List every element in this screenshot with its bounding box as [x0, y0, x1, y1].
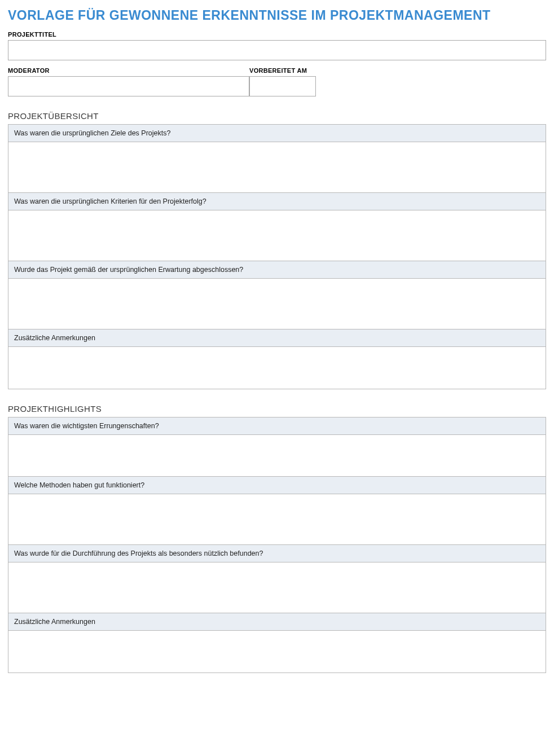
moderator-label: MODERATOR: [8, 67, 249, 74]
project-title-input[interactable]: [8, 40, 546, 60]
page-title: VORLAGE FÜR GEWONNENE ERKENNTNISSE IM PR…: [8, 8, 546, 23]
answer-input[interactable]: [8, 279, 546, 329]
section-block: Was waren die ursprünglichen Ziele des P…: [8, 124, 546, 389]
answer-input[interactable]: [8, 347, 546, 389]
prepared-on-input[interactable]: [249, 76, 316, 96]
prepared-on-field: VORBEREITET AM: [249, 67, 316, 96]
project-title-label: PROJEKTTITEL: [8, 31, 546, 38]
question-row: Was wurde für die Durchführung des Proje…: [8, 545, 546, 562]
question-row: Welche Methoden haben gut funktioniert?: [8, 477, 546, 494]
question-row: Zusätzliche Anmerkungen: [8, 613, 546, 631]
section-block: Was waren die wichtigsten Errungenschaft…: [8, 417, 546, 673]
prepared-on-label: VORBEREITET AM: [249, 67, 316, 74]
question-row: Was waren die ursprünglichen Kriterien f…: [8, 193, 546, 210]
section-title: PROJEKTHIGHLIGHTS: [8, 404, 546, 414]
answer-input[interactable]: [8, 631, 546, 673]
answer-input[interactable]: [8, 210, 546, 261]
moderator-input[interactable]: [8, 76, 249, 96]
answer-input[interactable]: [8, 494, 546, 545]
answer-input[interactable]: [8, 142, 546, 193]
answer-input[interactable]: [8, 435, 546, 477]
question-row: Zusätzliche Anmerkungen: [8, 329, 546, 347]
project-title-field: PROJEKTTITEL: [8, 31, 546, 60]
section-title: PROJEKTÜBERSICHT: [8, 111, 546, 121]
question-row: Was waren die wichtigsten Errungenschaft…: [8, 417, 546, 435]
question-row: Wurde das Projekt gemäß der ursprünglich…: [8, 261, 546, 279]
answer-input[interactable]: [8, 562, 546, 613]
question-row: Was waren die ursprünglichen Ziele des P…: [8, 125, 546, 142]
moderator-field: MODERATOR: [8, 67, 249, 96]
